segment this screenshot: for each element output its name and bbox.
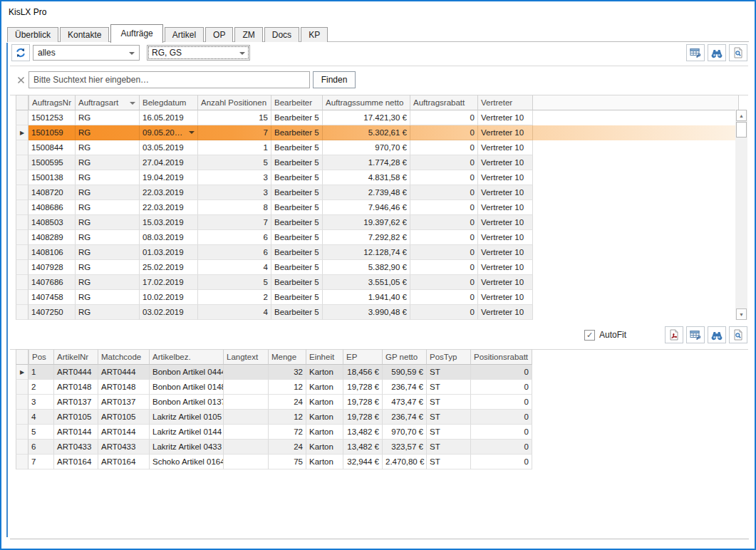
table-cell-auftragsnr[interactable]: 1408720 [29, 185, 76, 200]
table-cell-rabatt[interactable]: 0 [410, 125, 478, 140]
table-cell-bearbeiter[interactable]: Bearbeiter 5 [271, 305, 323, 320]
table-cell-ep[interactable]: 18,456 € [343, 365, 383, 380]
table-cell-auftragsart[interactable]: RG [76, 260, 140, 275]
table-cell-ep[interactable]: 32,944 € [343, 455, 383, 469]
table-cell-ep[interactable]: 19,728 € [343, 380, 383, 395]
table-cell-summe[interactable]: 5.382,90 € [323, 260, 410, 275]
autofit-checkbox[interactable]: ✓ [584, 330, 595, 341]
column-header-posrabatt[interactable]: Positionsrabatt [471, 349, 532, 365]
table-row[interactable]: ▶1501059RG09.05.20…7Bearbeiter 55.302,61… [16, 125, 739, 140]
table-cell-ep[interactable]: 19,728 € [343, 410, 383, 425]
table-cell-auftragsnr[interactable]: 1500844 [29, 140, 76, 155]
table-row[interactable]: 1407250RG03.02.20194Bearbeiter 53.990,48… [16, 305, 739, 320]
table-cell-vertreter[interactable]: Vertreter 10 [478, 215, 533, 230]
table-cell-langtext[interactable] [224, 455, 269, 469]
table-cell-anzahl[interactable]: 4 [198, 305, 271, 320]
column-header-belegdatum[interactable]: Belegdatum [140, 95, 198, 110]
table-cell-matchcode[interactable]: ART0164 [98, 455, 150, 469]
table-cell-bearbeiter[interactable]: Bearbeiter 5 [271, 260, 323, 275]
table-row[interactable]: 1407928RG25.02.20194Bearbeiter 55.382,90… [16, 260, 739, 275]
table-cell-summe[interactable]: 970,70 € [323, 140, 410, 155]
table-cell-anzahl[interactable]: 2 [198, 290, 271, 305]
table-cell-einheit[interactable]: Karton [306, 380, 343, 395]
table-cell-auftragsnr[interactable]: 1408106 [29, 245, 76, 260]
table-cell-auftragsart[interactable]: RG [76, 170, 140, 185]
table-cell-anzahl[interactable]: 5 [198, 275, 271, 290]
filter-dropdown-icon[interactable] [130, 102, 135, 108]
table-cell-anzahl[interactable]: 7 [198, 215, 271, 230]
table-cell-rabatt[interactable]: 0 [410, 245, 478, 260]
table-cell-gp[interactable]: 473,47 € [383, 395, 427, 410]
column-header-auftragsart[interactable]: Auftragsart [76, 95, 140, 110]
column-header-pos[interactable]: Pos [29, 349, 54, 365]
table-row[interactable]: 1501253RG16.05.201915Bearbeiter 517.421,… [16, 110, 739, 125]
table-cell-auftragsnr[interactable]: 1407458 [29, 290, 76, 305]
table-cell-pos[interactable]: 6 [29, 440, 54, 455]
table-row[interactable]: 1408289RG08.03.20196Bearbeiter 57.292,82… [16, 230, 739, 245]
refresh-button[interactable] [11, 44, 30, 61]
table-cell-summe[interactable]: 19.397,62 € [323, 215, 410, 230]
tab-überblick[interactable]: Überblick [7, 27, 58, 42]
table-cell-artikelbez[interactable]: Lakritz Artikel 0105 [150, 410, 224, 425]
column-header-auftragsnr[interactable]: AuftragsNr [29, 95, 76, 110]
table-cell-artikelnr[interactable]: ART0137 [54, 395, 98, 410]
table-cell-anzahl[interactable]: 15 [198, 110, 271, 125]
table-cell-artikelbez[interactable]: Bonbon Artikel 0148 [150, 380, 224, 395]
table-cell-belegdatum[interactable]: 25.02.2019 [140, 260, 198, 275]
table-cell-artikelnr[interactable]: ART0433 [54, 440, 98, 455]
table-cell-posrabatt[interactable]: 0 [471, 440, 532, 455]
table-cell-anzahl[interactable]: 4 [198, 260, 271, 275]
table-cell-vertreter[interactable]: Vertreter 10 [478, 170, 533, 185]
tab-op[interactable]: OP [205, 27, 233, 42]
table-cell-ep[interactable]: 13,482 € [343, 440, 383, 455]
clear-search-button[interactable] [16, 75, 26, 85]
table-row[interactable]: 1500595RG27.04.20195Bearbeiter 51.774,28… [16, 155, 739, 170]
table-cell-gp[interactable]: 2.470,80 € [383, 455, 427, 469]
table-cell-anzahl[interactable]: 5 [198, 155, 271, 170]
scope-filter-combo[interactable]: alles [33, 45, 140, 61]
table-cell-artikelnr[interactable]: ART0148 [54, 380, 98, 395]
column-header-matchcode[interactable]: Matchcode [98, 349, 150, 365]
table-cell-vertreter[interactable]: Vertreter 10 [478, 230, 533, 245]
pdf-export-button[interactable] [665, 326, 683, 343]
table-cell-matchcode[interactable]: ART0148 [98, 380, 150, 395]
cell-dropdown-icon[interactable] [189, 131, 195, 137]
table-cell-vertreter[interactable]: Vertreter 10 [478, 275, 533, 290]
search-input[interactable]: Bitte Suchtext hier eingeben… [29, 71, 310, 88]
table-cell-menge[interactable]: 24 [269, 440, 306, 455]
table-cell-einheit[interactable]: Karton [306, 440, 343, 455]
column-header-langtext[interactable]: Langtext [224, 349, 269, 365]
table-cell-belegdatum[interactable]: 03.02.2019 [140, 305, 198, 320]
table-cell-belegdatum[interactable]: 16.05.2019 [140, 110, 198, 125]
search-binoculars-button[interactable] [708, 326, 726, 343]
table-cell-anzahl[interactable]: 3 [198, 170, 271, 185]
table-cell-belegdatum[interactable]: 10.02.2019 [140, 290, 198, 305]
table-cell-belegdatum[interactable]: 08.03.2019 [140, 230, 198, 245]
table-cell-bearbeiter[interactable]: Bearbeiter 5 [271, 125, 323, 140]
table-cell-anzahl[interactable]: 3 [198, 185, 271, 200]
table-cell-auftragsart[interactable]: RG [76, 110, 140, 125]
table-cell-bearbeiter[interactable]: Bearbeiter 5 [271, 245, 323, 260]
table-cell-artikelnr[interactable]: ART0164 [54, 455, 98, 469]
table-cell-auftragsnr[interactable]: 1407686 [29, 275, 76, 290]
table-cell-rabatt[interactable]: 0 [410, 275, 478, 290]
table-cell-vertreter[interactable]: Vertreter 10 [478, 290, 533, 305]
table-row[interactable]: 6ART0433ART0433Lakritz Artikel 043324Kar… [16, 440, 532, 455]
column-header-einheit[interactable]: Einheit [306, 349, 343, 365]
column-header-rabatt[interactable]: Auftragsrabatt [410, 95, 478, 110]
grid-settings-button[interactable] [686, 326, 705, 343]
table-cell-gp[interactable]: 236,74 € [383, 380, 427, 395]
table-cell-auftragsart[interactable]: RG [76, 155, 140, 170]
table-cell-matchcode[interactable]: ART0444 [98, 365, 150, 380]
table-cell-langtext[interactable] [224, 440, 269, 455]
table-cell-auftragsart[interactable]: RG [76, 230, 140, 245]
table-cell-summe[interactable]: 12.128,74 € [323, 245, 410, 260]
table-cell-menge[interactable]: 12 [269, 380, 306, 395]
tab-artikel[interactable]: Artikel [165, 27, 204, 42]
table-cell-menge[interactable]: 32 [269, 365, 306, 380]
table-row[interactable]: 5ART0144ART0144Lakritz Artikel 014472Kar… [16, 425, 532, 440]
table-cell-rabatt[interactable]: 0 [410, 170, 478, 185]
table-cell-anzahl[interactable]: 1 [198, 140, 271, 155]
table-cell-summe[interactable]: 3.551,05 € [323, 275, 410, 290]
table-cell-langtext[interactable] [224, 410, 269, 425]
